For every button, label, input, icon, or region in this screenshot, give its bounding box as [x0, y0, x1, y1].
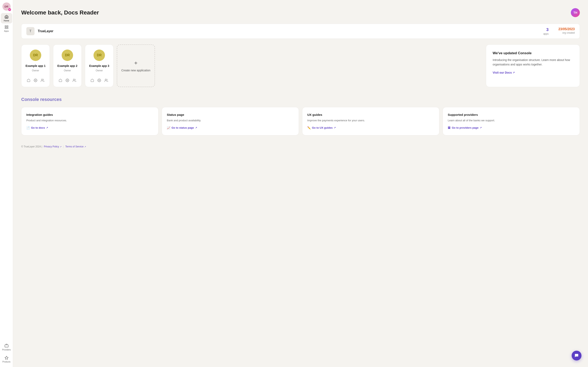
create-app-plus-icon: + — [134, 60, 138, 66]
sidebar-item-providers[interactable]: Providers — [1, 342, 12, 352]
app3-home-icon[interactable] — [90, 78, 94, 83]
resource-providers-desc: Learn about all of the banks we support. — [448, 118, 575, 123]
resource-status-desc: Bank and product availability. — [167, 118, 294, 123]
app2-role: Owner — [64, 69, 71, 72]
app2-initials: DR — [65, 53, 70, 57]
svg-point-12 — [105, 79, 106, 80]
app1-avatar: DR — [30, 50, 41, 61]
visit-docs-link[interactable]: Visit our Docs ↗ — [493, 71, 573, 74]
providers-link-icon: 🏛 — [448, 126, 450, 129]
resource-status-title: Status page — [167, 113, 294, 117]
resource-integration: Integration guides Product and integrati… — [21, 107, 158, 135]
org-date-stat: 23/05/2023 org created — [558, 27, 575, 35]
app1-members-icon[interactable] — [41, 78, 44, 83]
app-card-3[interactable]: DR Example app 3 Owner — [85, 44, 113, 87]
integration-external-icon: ↗ — [46, 126, 48, 129]
user-initials: DR — [4, 5, 8, 8]
svg-point-10 — [73, 79, 75, 80]
sidebar-item-providers-label: Providers — [2, 349, 11, 351]
resource-integration-title: Integration guides — [26, 113, 153, 117]
providers-link-label: Go to providers page — [452, 126, 479, 129]
resources-grid: Integration guides Product and integrati… — [21, 107, 580, 135]
user-avatar[interactable]: DR — [2, 2, 11, 11]
svg-point-7 — [35, 80, 36, 81]
ux-link[interactable]: ✏️ Go to UX guides ↗ — [307, 126, 434, 129]
header-user-avatar[interactable]: TH — [571, 8, 580, 17]
app-card-2[interactable]: DR Example app 2 Owner — [53, 44, 82, 87]
apps-section: DR Example app 1 Owner — [21, 44, 580, 87]
ux-link-icon: ✏️ — [307, 126, 311, 129]
resources-section: Console resources Integration guides Pro… — [21, 97, 580, 135]
org-stats: 3 apps 23/05/2023 org created — [543, 27, 575, 35]
integration-link-label: Go to docs — [31, 126, 45, 129]
app3-actions — [90, 75, 108, 83]
apps-icon — [4, 25, 9, 29]
org-date-label: org created — [562, 31, 575, 34]
app1-initials: DR — [33, 53, 38, 57]
chat-button[interactable] — [572, 351, 581, 360]
sidebar: DR Home — [0, 0, 13, 367]
app1-settings-icon[interactable] — [34, 78, 37, 83]
providers-external-icon: ↗ — [480, 126, 482, 129]
ux-external-icon: ↗ — [334, 126, 336, 129]
app2-home-icon[interactable] — [59, 78, 62, 83]
privacy-policy-label: Privacy Policy — [44, 145, 59, 148]
app3-initials: DR — [97, 53, 102, 57]
privacy-external-icon: ↗ — [60, 146, 61, 148]
visit-docs-label: Visit our Docs — [493, 71, 512, 74]
providers-icon — [4, 344, 9, 348]
app1-home-icon[interactable] — [27, 78, 30, 83]
svg-rect-3 — [7, 27, 8, 29]
external-link-icon: ↗ — [513, 71, 515, 74]
sidebar-item-apps[interactable]: Apps — [1, 24, 12, 34]
svg-rect-0 — [5, 26, 6, 27]
status-link-icon: 📈 — [167, 126, 170, 129]
avatar-dropdown-icon — [8, 8, 11, 11]
app2-members-icon[interactable] — [72, 78, 76, 83]
page-header: Welcome back, Docs Reader TH — [21, 8, 580, 17]
sidebar-nav: Home Apps — [1, 13, 12, 34]
console-updated-title: We've updated Console — [493, 51, 573, 55]
app3-members-icon[interactable] — [104, 78, 108, 83]
page-footer: © TrueLayer 2024 | Privacy Policy ↗ | Te… — [21, 145, 580, 148]
svg-rect-2 — [5, 27, 6, 29]
app2-actions — [59, 75, 76, 83]
org-date-created: 23/05/2023 — [558, 27, 575, 31]
terms-of-service-label: Terms of Service — [65, 145, 84, 148]
resource-ux: UX guides Improve the payments experienc… — [302, 107, 439, 135]
sidebar-item-home-label: Home — [4, 20, 9, 22]
svg-rect-1 — [7, 26, 8, 27]
app3-role: Owner — [95, 69, 103, 72]
app2-settings-icon[interactable] — [66, 78, 69, 83]
org-info: T TrueLayer — [26, 27, 53, 35]
footer-separator: | — [63, 145, 64, 148]
console-updated-desc: Introducing the organisation structure. … — [493, 58, 573, 67]
app2-avatar: DR — [62, 50, 73, 61]
app3-avatar: DR — [94, 50, 105, 61]
status-link[interactable]: 📈 Go to status page ↗ — [167, 126, 294, 129]
resource-integration-desc: Product and integration resources. — [26, 118, 153, 123]
resource-ux-title: UX guides — [307, 113, 434, 117]
svg-point-8 — [42, 79, 43, 80]
providers-link[interactable]: 🏛 Go to providers page ↗ — [448, 126, 575, 129]
footer-copyright: © TrueLayer 2024 | — [21, 145, 42, 148]
terms-of-service-link[interactable]: Terms of Service ↗ — [65, 145, 86, 148]
header-user-initials: TH — [573, 11, 577, 14]
create-app-label: Create new application — [121, 69, 150, 72]
app1-actions — [27, 75, 44, 83]
app1-name: Example app 1 — [26, 64, 45, 67]
resources-section-title: Console resources — [21, 97, 580, 102]
app-card-1[interactable]: DR Example app 1 Owner — [21, 44, 50, 87]
svg-point-11 — [99, 80, 100, 81]
integration-link[interactable]: 📄 Go to docs ↗ — [26, 126, 153, 129]
ux-link-label: Go to UX guides — [312, 126, 333, 129]
org-apps-count: 3 — [546, 27, 549, 32]
home-icon — [4, 15, 9, 19]
sidebar-item-products[interactable]: Products — [1, 354, 12, 365]
app3-settings-icon[interactable] — [97, 78, 101, 83]
sidebar-item-home[interactable]: Home — [1, 13, 12, 24]
app2-name: Example app 2 — [57, 64, 77, 67]
svg-marker-6 — [5, 356, 8, 359]
privacy-policy-link[interactable]: Privacy Policy ↗ — [44, 145, 61, 148]
create-app-card[interactable]: + Create new application — [117, 44, 155, 87]
